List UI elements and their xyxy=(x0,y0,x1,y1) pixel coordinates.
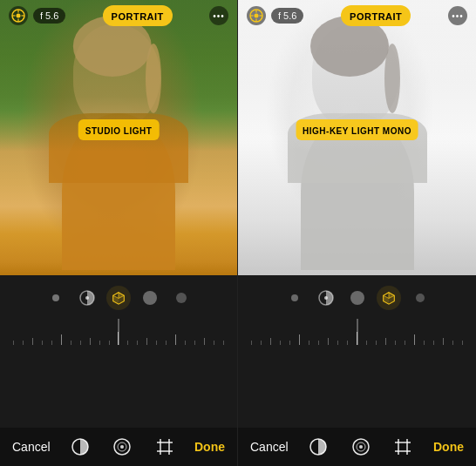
adjust-icon-left xyxy=(112,437,132,456)
filter-btn-right[interactable] xyxy=(306,435,330,459)
bottom-toolbar-left: Cancel xyxy=(0,428,237,466)
more-icon-right: ••• xyxy=(452,11,464,21)
aperture-icon-left xyxy=(10,8,26,24)
svg-point-18 xyxy=(120,445,124,449)
fstop-badge-left: f 5.6 xyxy=(33,8,65,24)
lighting-dots-left xyxy=(44,282,194,314)
portrait-badge-left[interactable]: PORTRAIT xyxy=(103,5,173,26)
cube-icon-left xyxy=(111,290,126,306)
lighting-label-right[interactable]: HIGH-KEY LIGHT MONO xyxy=(296,119,418,140)
lighting-half-icon-right xyxy=(317,289,335,307)
left-panel: f 5.6 PORTRAIT ••• STUDIO LIGHT xyxy=(0,0,238,466)
photo-area-right: HIGH-KEY LIGHT MONO xyxy=(238,0,476,275)
filter-icon-right xyxy=(309,437,328,456)
top-bar-right-group: f 5.6 xyxy=(247,6,303,25)
cancel-button-right[interactable]: Cancel xyxy=(250,440,289,454)
lighting-dot-1-right[interactable] xyxy=(282,286,307,310)
svg-point-7 xyxy=(85,296,89,300)
cube-icon-right xyxy=(381,290,397,306)
lighting-cube-right[interactable] xyxy=(377,286,401,310)
crop-btn-left[interactable] xyxy=(153,435,177,459)
top-bar-left-group: f 5.6 xyxy=(9,6,65,25)
lighting-dots-right xyxy=(282,282,432,314)
slider-area-left[interactable] xyxy=(0,319,237,345)
adjust-btn-left[interactable] xyxy=(110,435,134,459)
crop-icon-right xyxy=(393,437,412,456)
fstop-badge-right: f 5.6 xyxy=(271,8,303,24)
crop-btn-right[interactable] xyxy=(391,435,415,459)
lighting-dot-4-left[interactable] xyxy=(138,286,162,310)
photo-area-left: STUDIO LIGHT xyxy=(0,0,237,275)
lighting-label-left[interactable]: STUDIO LIGHT xyxy=(78,119,160,140)
lighting-dot-1-left[interactable] xyxy=(44,286,68,310)
filter-icon-left xyxy=(71,437,90,456)
adjust-icon-right xyxy=(351,437,371,456)
svg-point-35 xyxy=(324,296,328,300)
portrait-label-left: PORTRAIT xyxy=(112,11,164,22)
top-bar-right: f 5.6 PORTRAIT ••• xyxy=(238,0,476,31)
lighting-label-text-left: STUDIO LIGHT xyxy=(85,126,153,136)
aperture-badge-right xyxy=(247,6,266,25)
lighting-label-text-right: HIGH-KEY LIGHT MONO xyxy=(303,126,411,136)
slider-area-right[interactable] xyxy=(238,319,476,345)
portrait-badge-right[interactable]: PORTRAIT xyxy=(341,5,411,26)
lighting-dot-5-left[interactable] xyxy=(169,286,194,310)
more-button-right[interactable]: ••• xyxy=(448,6,467,25)
svg-point-29 xyxy=(255,14,259,18)
lighting-dot-5-right[interactable] xyxy=(408,286,432,310)
filter-btn-left[interactable] xyxy=(68,435,92,459)
svg-rect-19 xyxy=(160,442,169,451)
fstop-text-left: f 5.6 xyxy=(40,10,58,21)
lighting-dot-2-right[interactable] xyxy=(314,286,338,310)
more-button-left[interactable]: ••• xyxy=(209,6,228,25)
controls-right xyxy=(238,275,476,428)
svg-point-46 xyxy=(359,445,363,449)
svg-point-1 xyxy=(17,14,21,18)
aperture-badge-left xyxy=(9,6,28,25)
bottom-toolbar-right: Cancel xyxy=(238,428,476,466)
crop-icon-left xyxy=(155,437,174,456)
done-button-left[interactable]: Done xyxy=(194,440,225,454)
lighting-half-icon-left xyxy=(78,289,96,307)
portrait-label-right: PORTRAIT xyxy=(350,11,402,22)
lighting-cube-left[interactable] xyxy=(106,286,131,310)
fstop-text-right: f 5.6 xyxy=(278,10,296,21)
done-button-right[interactable]: Done xyxy=(433,440,464,454)
adjust-btn-right[interactable] xyxy=(349,435,373,459)
top-bar-left: f 5.6 PORTRAIT ••• xyxy=(0,0,237,31)
lighting-dot-2-left[interactable] xyxy=(75,286,99,310)
right-panel: f 5.6 PORTRAIT ••• HIGH-KEY LIGHT MONO xyxy=(238,0,476,466)
svg-rect-47 xyxy=(398,442,407,451)
more-icon-left: ••• xyxy=(213,11,225,21)
aperture-icon-right xyxy=(248,8,264,24)
lighting-dot-3-right[interactable] xyxy=(345,286,370,310)
controls-left xyxy=(0,275,237,428)
cancel-button-left[interactable]: Cancel xyxy=(12,440,51,454)
